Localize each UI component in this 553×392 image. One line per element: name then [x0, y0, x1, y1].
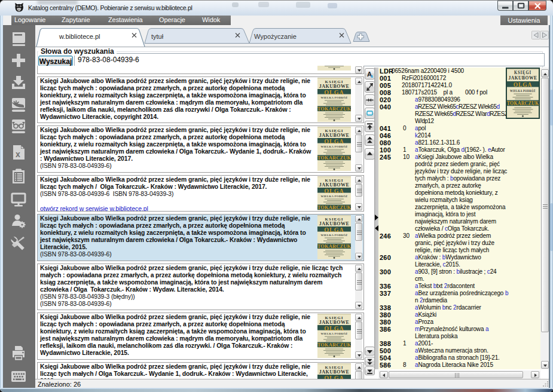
svg-text:a: a	[371, 74, 373, 78]
svg-text:x: x	[16, 149, 20, 159]
svg-text:tytuł: tytuł	[151, 33, 164, 40]
svg-text:Wypożyczanie: Wypożyczanie	[254, 33, 297, 40]
svg-text:w.bibliotece.pl: w.bibliotece.pl	[59, 33, 100, 40]
